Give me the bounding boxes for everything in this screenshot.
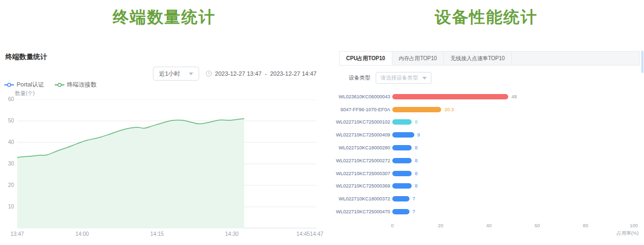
tabs: CPU占用TOP10内存占用TOP10无线接入点速率TOP10 — [339, 51, 640, 66]
line-chart — [17, 99, 317, 228]
bar-track: 8 — [392, 183, 634, 189]
tab[interactable]: 无线接入点速率TOP10 — [444, 52, 512, 65]
bar-x-ticks: 020406080100 — [392, 223, 634, 229]
bar-x-tick-label: 0 — [391, 223, 393, 228]
x-tick-label: 14:30 — [225, 231, 239, 237]
chart-controls: 近1小时 2023-12-27 13:47 - 2023-12-27 14:47 — [153, 67, 317, 81]
bar-x-tick-label: 40 — [486, 223, 492, 228]
clock-icon — [206, 70, 212, 77]
bar-x-tick-label: 100 — [630, 223, 638, 228]
bar-row: WL022710KC7250003698 — [328, 180, 644, 193]
bar — [392, 183, 412, 189]
bar-track: 48 — [392, 94, 634, 99]
device-type-label: 设备类型 — [349, 74, 370, 82]
bar-row: WL022710KC7250004099 — [328, 128, 644, 141]
bar-row: WL022710KC7250002728 — [328, 154, 644, 167]
legend-marker-icon — [4, 83, 14, 87]
bar-track: 7 — [392, 209, 634, 214]
device-name: WL022710KC725000272 — [334, 158, 390, 163]
device-name: WL023610KC06000043 — [334, 94, 390, 99]
time-range-select[interactable]: 近1小时 — [153, 67, 199, 81]
date-separator: - — [265, 70, 267, 77]
chevron-down-icon — [189, 73, 193, 75]
device-performance-section: 设备性能统计 CPU占用TOP10内存占用TOP10无线接入点速率TOP10 设… — [328, 0, 644, 245]
bar-row: WL023610KC0600004348 — [328, 90, 644, 103]
area-fill — [17, 119, 244, 228]
bar-value: 7 — [413, 196, 415, 201]
device-name: 6047-FF96-1070-EF0A — [334, 107, 390, 112]
bar-row: WL022710KC180003727 — [328, 192, 644, 205]
bar-value: 9 — [418, 132, 420, 138]
legend-marker-icon — [55, 83, 64, 87]
y-tick-label: 50 — [0, 118, 14, 124]
device-name: WL022710KC725000409 — [334, 132, 390, 138]
x-tick-label: 14:45 — [296, 231, 310, 237]
y-tick-label: 40 — [0, 139, 14, 145]
bar — [392, 132, 414, 138]
bar-track: 8 — [392, 158, 634, 163]
bar-value: 8 — [415, 183, 418, 189]
y-tick-label: 20 — [0, 182, 14, 188]
device-type-row: 设备类型 请选择设备类型 — [349, 72, 431, 84]
y-tick-label: 30 — [0, 161, 14, 167]
right-section-title: 设备性能统计 — [328, 6, 644, 28]
bar-row: WL022710KC180002808 — [328, 141, 644, 154]
bar — [392, 158, 412, 163]
bar — [392, 145, 412, 150]
bar-value: 8 — [415, 119, 418, 125]
device-name: WL022710KC725000470 — [334, 209, 390, 214]
bar — [392, 196, 409, 201]
terminal-stats-section: 终端数量统计 终端数量统计 近1小时 2023-12-27 13:47 - 20… — [0, 0, 328, 245]
tab[interactable]: CPU占用TOP10 — [340, 52, 392, 65]
y-axis-title: 数量(个) — [15, 90, 35, 97]
x-tick-label: 14:15 — [150, 231, 164, 237]
device-name: WL022710KC18000372 — [334, 196, 390, 201]
bar-rows: WL023610KC06000043486047-FF96-1070-EF0A2… — [328, 90, 644, 218]
bar-track: 8 — [392, 119, 634, 125]
y-tick-label: 10 — [0, 204, 14, 210]
y-tick-label: 60 — [0, 96, 14, 102]
device-name: WL022710KC725000369 — [334, 183, 390, 189]
device-name: WL022710KC725000102 — [334, 119, 390, 125]
x-tick-label: 14:00 — [76, 231, 89, 237]
legend: Portal认证终端连接数 — [4, 81, 97, 89]
time-range-value: 近1小时 — [159, 70, 180, 78]
bar-x-axis-label: 占用率(%) — [617, 230, 639, 237]
date-start: 2023-12-27 13:47 — [215, 70, 262, 77]
bar — [392, 119, 412, 125]
x-tick-label: 13:47 — [10, 231, 24, 237]
legend-item[interactable]: Portal认证 — [4, 81, 44, 89]
bar-value: 8 — [415, 145, 418, 150]
scrollbar-thumb[interactable] — [641, 51, 643, 73]
legend-item[interactable]: 终端连接数 — [55, 81, 97, 89]
terminal-chart-title: 终端数量统计 — [5, 52, 47, 62]
bar-x-tick-label: 60 — [535, 223, 540, 228]
date-range-picker[interactable]: 2023-12-27 13:47 - 2023-12-27 14:47 — [206, 70, 317, 77]
bar-row: 6047-FF96-1070-EF0A20.3 — [328, 103, 644, 116]
date-end: 2023-12-27 14:47 — [270, 70, 317, 77]
bar-value: 8 — [415, 171, 418, 176]
bar-track: 7 — [392, 196, 634, 201]
bar — [392, 209, 409, 214]
device-type-select[interactable]: 请选择设备类型 — [376, 72, 431, 84]
bar-x-tick-label: 20 — [438, 223, 443, 228]
bar-value: 7 — [413, 209, 415, 214]
y-ticks: 605040302010 — [0, 99, 14, 228]
x-tick-label: 14:47 — [310, 231, 323, 237]
bar-row: WL022710KC7250001028 — [328, 116, 644, 129]
bar-value: 48 — [511, 94, 517, 99]
device-type-placeholder: 请选择设备类型 — [380, 74, 418, 82]
x-ticks: 13:4714:0014:1514:3014:4514:47 — [17, 231, 317, 239]
line-chart-svg — [17, 99, 317, 228]
legend-label: 终端连接数 — [67, 81, 97, 89]
device-name: WL022710KC725000307 — [334, 171, 390, 176]
bar-row: WL022710KC7250004707 — [328, 205, 644, 218]
chevron-down-icon — [422, 77, 427, 80]
bar-x-tick-label: 80 — [583, 223, 588, 228]
bar — [392, 94, 508, 99]
left-section-title: 终端数量统计 — [0, 6, 328, 28]
bar-track: 9 — [392, 132, 634, 138]
device-name: WL022710KC18000280 — [334, 145, 390, 150]
bar — [392, 171, 412, 176]
tab[interactable]: 内存占用TOP10 — [392, 52, 444, 65]
